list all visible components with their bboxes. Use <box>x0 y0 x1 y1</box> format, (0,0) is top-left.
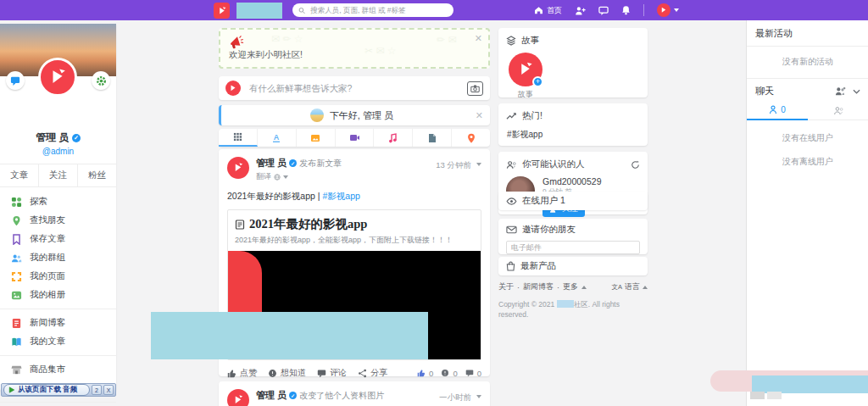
hashtag-link[interactable]: #影视app <box>322 191 359 201</box>
sidebar-item-my-pages[interactable]: 我的页面 <box>0 267 116 286</box>
sidebar-item-explore[interactable]: 探索 <box>0 192 116 211</box>
download-audio-button[interactable]: 从该页面下载 音频 <box>3 384 90 396</box>
trending-hashtag-link[interactable]: #影视app <box>507 129 648 141</box>
close-icon[interactable]: ✕ <box>475 34 482 43</box>
post-text: 2021年最好的影视app | #影视app <box>219 182 490 203</box>
profile-name[interactable]: 管理 员 ✓ <box>0 131 116 145</box>
wonder-button[interactable]: 想知道 <box>268 367 306 379</box>
pymk-user-name[interactable]: Gmd20000529 <box>542 176 601 186</box>
chevron-down-icon[interactable] <box>853 89 860 94</box>
post-author-name[interactable]: 管理 员 <box>256 390 287 400</box>
comment-icon <box>465 369 474 377</box>
settings-button[interactable] <box>92 71 110 90</box>
chat-icon <box>598 6 609 15</box>
search-input[interactable] <box>309 5 448 15</box>
location-pin-icon <box>467 133 476 143</box>
censor-overlay-gray <box>767 392 782 399</box>
copyright-text: Copyright © 2021 社区. All rights reserved… <box>498 300 648 319</box>
chevron-down-icon[interactable] <box>283 175 288 179</box>
nav-home[interactable]: 首页 <box>534 5 562 16</box>
story-avatar: + <box>509 53 542 86</box>
add-story-button[interactable]: + 故事 <box>507 53 544 100</box>
menu-divider <box>0 355 116 356</box>
tab-all-posts[interactable] <box>219 129 258 147</box>
chat-tab-groups[interactable] <box>808 102 868 120</box>
sidebar-item-find-friends[interactable]: 查找朋友 <box>0 211 116 230</box>
group-add-icon[interactable] <box>834 86 846 96</box>
camera-button[interactable] <box>467 81 483 96</box>
post-menu-icon[interactable] <box>476 395 481 398</box>
footer-link-more[interactable]: 更多 <box>563 281 578 292</box>
download-toolbar: 从该页面下载 音频 2 X <box>1 383 116 397</box>
post-composer[interactable] <box>219 76 490 100</box>
nav-messages[interactable] <box>598 6 609 15</box>
play-icon <box>8 387 15 393</box>
profile-handle[interactable]: @admin <box>0 147 116 156</box>
comment-count[interactable]: 0 <box>465 369 481 378</box>
refresh-icon[interactable] <box>631 160 640 170</box>
translate-link[interactable]: 翻译 <box>256 171 271 182</box>
blog-icon <box>11 318 22 329</box>
trending-icon <box>506 112 517 120</box>
pymk-title: 你可能认识的人 <box>522 159 585 170</box>
sidebar-item-my-groups[interactable]: 我的群组 <box>0 248 116 267</box>
close-icon[interactable]: ✕ <box>476 111 483 120</box>
post-author-avatar[interactable] <box>227 157 249 179</box>
download-close-button[interactable]: X <box>103 385 114 395</box>
invite-email-input[interactable] <box>506 241 640 254</box>
sidebar-item-marketplace[interactable]: 商品集市 <box>0 360 116 379</box>
nav-friend-requests[interactable] <box>575 6 586 15</box>
post-author-name[interactable]: 管理 员 <box>256 158 287 168</box>
download-badge[interactable]: 2 <box>92 385 102 395</box>
post-author-avatar[interactable] <box>227 389 249 406</box>
like-button[interactable]: 点赞 <box>227 367 257 379</box>
sidebar-item-my-albums[interactable]: 我的相册 <box>0 286 116 304</box>
latest-activity-title: 最新活动 <box>747 20 868 47</box>
tab-followers[interactable]: 粉丝 <box>78 164 116 186</box>
sidebar-item-news-blog[interactable]: 新闻博客 <box>0 314 116 332</box>
tab-following[interactable]: 关注 <box>39 164 78 186</box>
post-timestamp: 13 分钟前 <box>436 160 471 171</box>
bookmark-icon <box>11 234 22 245</box>
tab-location-posts[interactable] <box>452 129 490 147</box>
like-count[interactable]: 0 <box>417 369 433 378</box>
globe-icon <box>274 174 281 181</box>
map-pin-icon <box>11 215 22 226</box>
thumbs-up-icon <box>417 369 426 377</box>
global-search[interactable] <box>292 3 453 17</box>
share-button[interactable]: 分享 <box>358 367 387 379</box>
wonder-count[interactable]: 0 <box>441 369 457 378</box>
censor-box-sitename <box>236 3 282 19</box>
nav-profile-menu[interactable] <box>657 3 679 17</box>
latest-products-card[interactable]: 最新产品 <box>498 257 648 275</box>
chat-tab-contacts[interactable]: 0 <box>747 102 808 120</box>
censor-overlay-cyan <box>151 312 428 359</box>
tab-music-posts[interactable] <box>374 129 413 147</box>
gear-icon <box>96 75 107 86</box>
post-menu-icon[interactable] <box>476 163 481 166</box>
footer-link-language[interactable]: 语言 <box>625 281 640 292</box>
tab-text-posts[interactable]: A <box>258 129 297 147</box>
sidebar-item-saved-posts[interactable]: 保存文章 <box>0 230 116 248</box>
verified-badge-icon: ✓ <box>289 392 297 399</box>
nav-notifications[interactable] <box>621 5 631 15</box>
feed-post: 管理 员 ✓ 改变了他个人资料图片 一小时前 <box>219 381 490 406</box>
tab-articles[interactable]: 文章 <box>0 164 39 186</box>
profile-avatar[interactable] <box>38 58 77 97</box>
sidebar-item-my-articles[interactable]: 我的文章 <box>0 332 116 351</box>
tab-photo-posts[interactable] <box>297 129 336 147</box>
composer-input[interactable] <box>248 82 460 94</box>
censor-box-brand <box>557 300 574 308</box>
online-users-card[interactable]: 在线用户 1 <box>498 192 648 210</box>
app-logo-icon[interactable] <box>214 3 230 19</box>
post-action-text: 改变了他个人资料图片 <box>299 391 384 400</box>
svg-text:A: A <box>274 133 280 142</box>
footer-link-blog[interactable]: 新闻博客 <box>523 281 554 292</box>
footer-link-about[interactable]: 关于 <box>498 281 514 292</box>
person-icon <box>769 105 777 114</box>
no-online-users-text: 没有在线用户 <box>747 132 868 144</box>
tab-file-posts[interactable] <box>413 129 452 147</box>
comment-button[interactable]: 评论 <box>317 367 347 379</box>
tab-video-posts[interactable] <box>336 129 375 147</box>
message-button[interactable] <box>6 71 25 90</box>
